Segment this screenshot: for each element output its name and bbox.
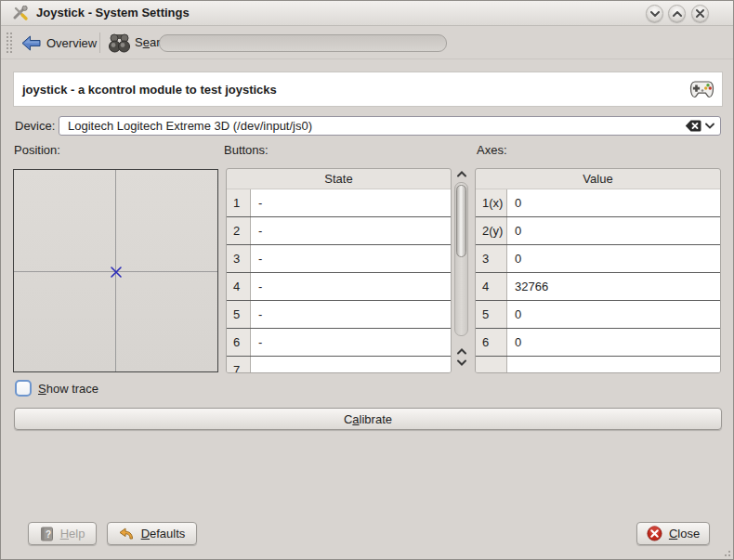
scroll-down-button[interactable] [456,359,466,367]
clear-icon[interactable] [685,120,701,132]
device-combobox[interactable]: Logitech Logitech Extreme 3D (/dev/input… [59,116,721,136]
chevron-down-icon [457,359,466,366]
table-row[interactable]: 1(x)0 [476,189,720,217]
scrollbar-thumb[interactable] [456,185,466,257]
table-row[interactable]: 2- [227,217,451,245]
position-label: Position: [14,142,60,159]
window-title: Joystick - System Settings [36,1,190,25]
search-input[interactable] [159,34,447,52]
chevron-up-icon [457,171,466,177]
table-row[interactable]: 60 [476,329,720,357]
toolbar-grip[interactable] [6,32,13,54]
module-header: joystick - a kcontrol module to test joy… [13,72,723,107]
close-red-icon [647,526,662,541]
chevron-up-icon [457,348,466,355]
table-row[interactable]: 2(y)0 [476,217,720,245]
table-row[interactable]: 1- [227,189,451,217]
buttons-scrollbar[interactable] [453,169,469,372]
show-trace-label: Show trace [38,381,98,397]
table-row[interactable]: 432766 [476,273,720,301]
axes-label: Axes: [477,142,507,159]
help-icon: ? [40,527,54,541]
buttons-column-header[interactable]: State [227,169,451,189]
buttons-table[interactable]: State 1- 2- 3- 4- 5- 6- 7 [226,168,452,373]
table-row[interactable]: 30 [476,245,720,273]
overview-button[interactable]: Overview [18,30,100,56]
device-value: Logitech Logitech Extreme 3D (/dev/input… [59,119,685,133]
scroll-up-button[interactable] [456,171,466,178]
titlebar[interactable]: Joystick - System Settings [1,1,734,26]
table-row[interactable]: 3- [227,245,451,273]
table-row[interactable]: 50 [476,301,720,329]
buttons-label: Buttons: [224,142,269,159]
undo-icon [119,527,135,540]
axes-column-header[interactable]: Value [476,169,720,189]
defaults-label: Defaults [141,527,186,540]
shade-button[interactable] [646,5,663,22]
gamepad-icon [689,79,714,100]
system-settings-window: Joystick - System Settings Overview [0,0,734,560]
chevron-down-icon [705,123,714,129]
defaults-button[interactable]: Defaults [107,522,197,545]
close-label: Close [669,527,700,540]
tools-icon [13,6,29,21]
overview-label: Overview [46,36,97,50]
close-icon [696,9,704,18]
back-arrow-icon [21,35,41,51]
table-row[interactable] [476,357,720,373]
table-row[interactable]: 5- [227,301,451,329]
module-title: joystick - a kcontrol module to test joy… [14,83,277,97]
show-trace-checkbox[interactable] [15,380,32,397]
calibrate-button[interactable]: Calibrate [14,408,722,430]
toolbar: Overview Search: [1,26,734,59]
chevron-down-icon [650,11,660,17]
table-row[interactable]: 4- [227,273,451,301]
calibrate-label: Calibrate [344,412,392,426]
close-window-button[interactable] [691,5,709,22]
close-button[interactable]: Close [636,522,710,545]
search-icon [108,32,131,54]
help-label: Help [60,527,85,540]
table-row[interactable]: 7 [227,357,451,373]
maximize-button[interactable] [668,5,686,22]
axes-table[interactable]: Value 1(x)0 2(y)0 30 432766 50 60 [475,168,721,373]
position-display [13,169,218,372]
position-marker-icon [110,266,123,279]
toolbar-separator [99,33,100,53]
chevron-up-icon [673,11,682,17]
table-row[interactable]: 6- [227,329,451,357]
svg-text:?: ? [46,529,51,540]
resize-grip[interactable] [722,548,731,557]
help-button: ? Help [28,522,97,545]
scroll-up-button[interactable] [456,348,466,356]
device-label: Device: [15,116,55,136]
